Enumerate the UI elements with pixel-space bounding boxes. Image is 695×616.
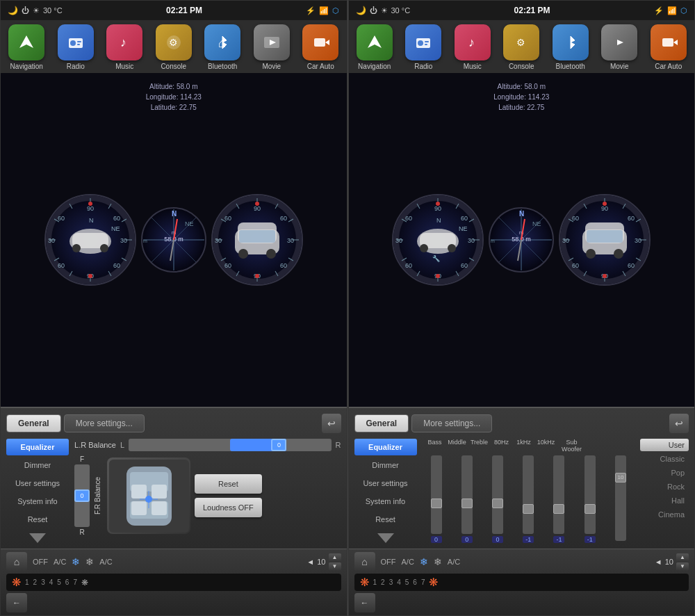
eq-track-10khz[interactable] bbox=[584, 455, 596, 534]
status-bar-left: 🌙 ⏻ ☀ 30 °C 02:21 PM ⚡ 📶 ⬡ bbox=[1, 1, 347, 20]
preset-classic[interactable]: Classic bbox=[640, 453, 689, 465]
bluetooth-btn-right[interactable]: Bluetooth bbox=[548, 24, 594, 70]
back-button-left[interactable]: ← bbox=[6, 593, 27, 613]
svg-text:⚙: ⚙ bbox=[169, 37, 178, 48]
home-button-left[interactable]: ⌂ bbox=[6, 552, 27, 572]
svg-text:N: N bbox=[89, 217, 94, 224]
gauges-row-left: 90 60 30 30 60 90 60 60 N NE bbox=[1, 184, 347, 295]
preset-cinema[interactable]: Cinema bbox=[640, 508, 689, 521]
back-button-right[interactable]: ← bbox=[354, 593, 375, 613]
ac-label-left1[interactable]: A/C bbox=[54, 558, 66, 566]
tab-more-left[interactable]: More settings... bbox=[64, 414, 145, 432]
preset-pop[interactable]: Pop bbox=[640, 467, 689, 479]
menu-reset-left[interactable]: Reset bbox=[6, 511, 69, 528]
eq-track-middle[interactable] bbox=[461, 455, 473, 534]
tab-back-right[interactable]: ↩ bbox=[669, 414, 689, 433]
eq-header-bass: Bass bbox=[425, 439, 445, 453]
menu-systeminfo-left[interactable]: System info bbox=[6, 493, 69, 510]
carauto-icon-right bbox=[651, 24, 687, 60]
svg-point-38 bbox=[100, 244, 108, 252]
console-btn-right[interactable]: ⚙ Console bbox=[498, 24, 545, 70]
lr-slider-thumb[interactable]: 0 bbox=[271, 439, 286, 451]
menu-reset-right[interactable]: Reset bbox=[354, 511, 417, 528]
defrost-icon-left: ❄ bbox=[85, 556, 94, 567]
ac-label-right2[interactable]: A/C bbox=[448, 558, 460, 566]
eq-header-10khz: 10kHz bbox=[537, 439, 556, 453]
radio-icon bbox=[58, 24, 94, 60]
tab-general-left[interactable]: General bbox=[6, 414, 61, 432]
vol-up-left[interactable]: ▲ bbox=[329, 553, 341, 562]
carauto-btn-left[interactable]: Car Auto bbox=[297, 24, 344, 70]
preset-user[interactable]: User bbox=[640, 439, 689, 451]
ac-label-left2[interactable]: A/C bbox=[99, 558, 112, 566]
center-gauge-right: N NE m 58.0 m m bbox=[486, 191, 556, 289]
lr-slider-track[interactable]: 0 bbox=[129, 439, 331, 451]
eq-thumb-middle[interactable] bbox=[461, 499, 473, 508]
console-btn-left[interactable]: ⚙ Console bbox=[151, 24, 197, 70]
carauto-btn-right[interactable]: Car Auto bbox=[646, 24, 692, 70]
menu-dimmer-left[interactable]: Dimmer bbox=[6, 457, 69, 473]
eq-thumb-sub[interactable]: 10 bbox=[615, 473, 626, 483]
music-btn-right[interactable]: ♪ Music bbox=[450, 24, 496, 70]
vol-down-left[interactable]: ▼ bbox=[329, 562, 341, 571]
scroll-down-left[interactable] bbox=[29, 533, 46, 543]
eq-track-1khz[interactable] bbox=[553, 455, 564, 534]
menu-equalizer-right[interactable]: Equalizer bbox=[354, 439, 417, 455]
svg-text:60: 60 bbox=[113, 262, 120, 269]
eq-thumb-80hz[interactable] bbox=[523, 504, 534, 514]
bluetooth-btn-left[interactable]: ⌂ Bluetooth bbox=[199, 24, 246, 70]
fr-slider-thumb[interactable]: 0 bbox=[74, 489, 90, 502]
svg-point-175 bbox=[603, 274, 607, 278]
svg-text:90: 90 bbox=[434, 205, 441, 212]
menu-equalizer-left[interactable]: Equalizer bbox=[6, 439, 69, 455]
svg-text:90: 90 bbox=[254, 205, 261, 212]
tab-back-left[interactable]: ↩ bbox=[322, 414, 341, 433]
nav-label: Navigation bbox=[10, 63, 43, 70]
preset-hall[interactable]: Hall bbox=[640, 494, 689, 507]
bt-icon: ⬡ bbox=[332, 6, 339, 15]
radio-btn-right[interactable]: Radio bbox=[400, 24, 447, 70]
preset-rock[interactable]: Rock bbox=[640, 480, 689, 493]
eq-track-treble[interactable] bbox=[492, 455, 503, 534]
home-button-right[interactable]: ⌂ bbox=[354, 552, 375, 572]
loudness-button[interactable]: Loudness OFF bbox=[195, 498, 262, 517]
menu-dimmer-right[interactable]: Dimmer bbox=[354, 457, 417, 473]
svg-point-82 bbox=[255, 274, 259, 278]
off-label-left: OFF bbox=[33, 558, 48, 566]
bluetooth-label-left: Bluetooth bbox=[208, 63, 237, 70]
eq-thumb-1khz[interactable] bbox=[553, 504, 564, 514]
reset-button-left[interactable]: Reset bbox=[195, 474, 262, 494]
svg-rect-4 bbox=[77, 44, 80, 45]
menu-usersettings-right[interactable]: User settings bbox=[354, 475, 417, 492]
menu-usersettings-left[interactable]: User settings bbox=[6, 475, 69, 492]
nav-btn-right[interactable]: Navigation bbox=[352, 24, 398, 70]
eq-thumb-10khz[interactable] bbox=[584, 504, 596, 514]
fr-slider-track[interactable]: 0 bbox=[74, 464, 90, 527]
scroll-down-right[interactable] bbox=[377, 533, 394, 543]
eq-track-80hz[interactable] bbox=[523, 455, 534, 534]
balance-buttons: Reset Loudness OFF bbox=[195, 474, 262, 517]
vol-up-right[interactable]: ▲ bbox=[676, 553, 689, 562]
eq-track-sub[interactable]: 10 bbox=[615, 455, 626, 541]
eq-thumb-treble[interactable] bbox=[492, 499, 503, 508]
tab-more-right[interactable]: More settings... bbox=[411, 414, 492, 432]
power-icon-right: ⏻ bbox=[370, 6, 377, 15]
music-btn-left[interactable]: ♪ Music bbox=[101, 24, 148, 70]
svg-text:30: 30 bbox=[48, 237, 55, 244]
music-label: Music bbox=[115, 63, 133, 70]
tab-general-right[interactable]: General bbox=[354, 414, 409, 432]
movie-btn-right[interactable]: Movie bbox=[596, 24, 643, 70]
vol-down-right[interactable]: ▼ bbox=[676, 562, 689, 571]
ac-label-right1[interactable]: A/C bbox=[402, 558, 414, 566]
nav-btn-left[interactable]: Navigation bbox=[3, 24, 50, 70]
svg-point-37 bbox=[72, 244, 81, 252]
eq-thumb-bass[interactable] bbox=[431, 499, 442, 508]
menu-systeminfo-right[interactable]: System info bbox=[354, 493, 417, 510]
svg-text:60: 60 bbox=[405, 262, 412, 269]
eq-track-bass[interactable] bbox=[431, 455, 442, 534]
eq-header-80hz: 80Hz bbox=[492, 439, 512, 453]
bottom-bar-left: ⌂ OFF A/C ❄ ❄ A/C ◄ 10 ▲ ▼ ❋ 1 2 3 4 5 6… bbox=[1, 549, 347, 615]
radio-btn-left[interactable]: Radio bbox=[53, 24, 99, 70]
movie-btn-left[interactable]: Movie bbox=[249, 24, 295, 70]
eq-val-middle: 0 bbox=[461, 536, 473, 543]
